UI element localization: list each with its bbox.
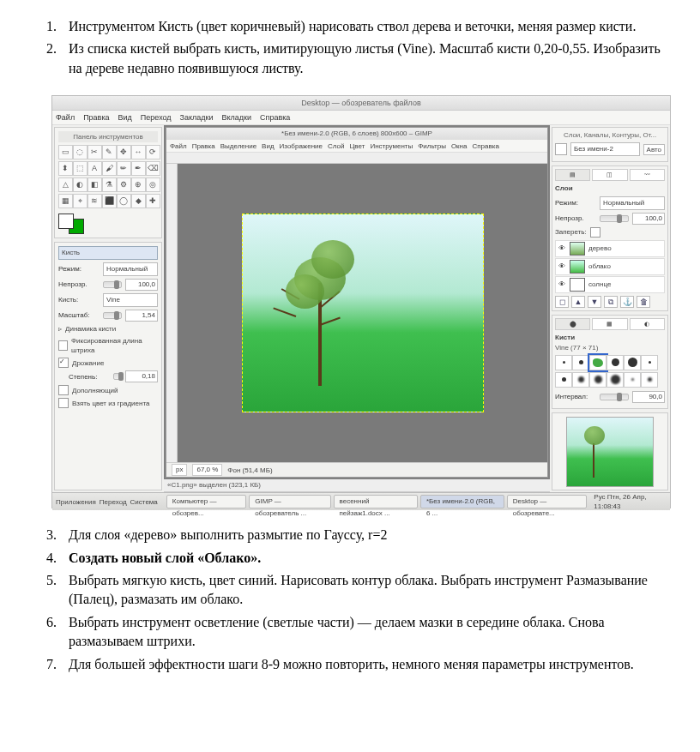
jitter-slider[interactable] bbox=[113, 373, 122, 380]
tool-icon[interactable]: ◎ bbox=[146, 177, 160, 192]
tool-icon[interactable]: A bbox=[88, 161, 102, 176]
menu-item[interactable]: Фильтры bbox=[418, 141, 446, 151]
layer-opacity-value[interactable]: 100,0 bbox=[632, 213, 665, 225]
menu-item[interactable]: Инструменты bbox=[370, 141, 413, 151]
jitter-checkbox[interactable] bbox=[58, 358, 69, 368]
menu-item[interactable]: Закладки bbox=[180, 112, 214, 123]
tool-icon[interactable]: ✚ bbox=[146, 194, 160, 208]
tool-icon[interactable]: ⊕ bbox=[131, 177, 146, 192]
tool-icon[interactable]: ⬚ bbox=[73, 161, 88, 176]
gradient-checkbox[interactable] bbox=[58, 398, 69, 408]
tool-icon[interactable]: ◯ bbox=[117, 194, 131, 208]
brush-preset[interactable] bbox=[589, 372, 606, 388]
tool-icon[interactable]: ✥ bbox=[117, 145, 131, 159]
menu-item[interactable]: Изображение bbox=[280, 141, 323, 151]
menu-item[interactable]: Правка bbox=[83, 112, 109, 123]
menu-item[interactable]: Переход bbox=[141, 112, 172, 123]
menu-item[interactable]: Выделение bbox=[220, 141, 256, 151]
opacity-slider[interactable] bbox=[103, 281, 122, 288]
fg-color-swatch[interactable] bbox=[58, 214, 74, 229]
channels-tab[interactable]: ◫ bbox=[592, 169, 627, 181]
menu-item[interactable]: Правка bbox=[192, 141, 215, 151]
paths-tab[interactable]: 〰 bbox=[630, 169, 665, 181]
tool-icon[interactable]: ◧ bbox=[88, 177, 102, 192]
brush-preset[interactable] bbox=[624, 355, 641, 370]
lock-pixels-checkbox[interactable] bbox=[590, 227, 600, 238]
tool-icon[interactable]: ✏ bbox=[117, 161, 131, 176]
lower-layer-button[interactable]: ▼ bbox=[588, 296, 601, 308]
layers-tab[interactable]: ▤ bbox=[555, 169, 590, 181]
canvas-viewport[interactable] bbox=[178, 164, 547, 462]
brush-grid[interactable] bbox=[555, 355, 665, 388]
tool-icon[interactable]: ⚙ bbox=[117, 177, 131, 192]
scale-value[interactable]: 1,54 bbox=[125, 310, 158, 322]
visibility-icon[interactable]: 👁 bbox=[558, 244, 566, 253]
brush-preset[interactable] bbox=[624, 372, 641, 388]
tool-icon[interactable]: △ bbox=[58, 177, 73, 192]
menu-item[interactable]: Справка bbox=[260, 112, 290, 123]
zoom-box[interactable]: 67,0 % bbox=[192, 464, 222, 476]
image-menubar[interactable]: ФайлПравкаВыделениеВидИзображениеСлойЦве… bbox=[166, 140, 547, 153]
brush-preset[interactable] bbox=[606, 355, 624, 370]
brush-preset[interactable] bbox=[641, 355, 658, 370]
tool-icon[interactable]: 🖌 bbox=[102, 161, 117, 176]
dynamics-expand[interactable]: ▹ bbox=[58, 324, 62, 334]
layer-opacity-slider[interactable] bbox=[600, 215, 629, 222]
tool-icon[interactable]: ◐ bbox=[73, 177, 88, 192]
places-menu[interactable]: Переход bbox=[100, 497, 127, 507]
anchor-layer-button[interactable]: ⚓ bbox=[620, 296, 634, 308]
tool-icon[interactable]: ⚗ bbox=[102, 177, 117, 192]
menu-item[interactable]: Файл bbox=[56, 112, 75, 123]
layer-row[interactable]: 👁солнце bbox=[555, 276, 665, 293]
canvas[interactable] bbox=[242, 214, 484, 412]
menu-item[interactable]: Цвет bbox=[349, 141, 365, 151]
system-menu[interactable]: Система bbox=[130, 497, 158, 507]
gradients-tab[interactable]: ◐ bbox=[630, 318, 665, 330]
tool-icon[interactable]: ⌫ bbox=[146, 161, 160, 176]
mode-dropdown[interactable]: Нормальный bbox=[103, 262, 158, 276]
brush-preset[interactable] bbox=[555, 372, 572, 388]
tool-icon[interactable]: ✂ bbox=[88, 145, 102, 159]
jitter-value[interactable]: 0,18 bbox=[125, 370, 158, 382]
menu-item[interactable]: Вид bbox=[262, 141, 274, 151]
doc-selector[interactable]: Без имени-2 bbox=[570, 142, 640, 156]
taskbar-item[interactable]: весенний пейзаж1.docx ... bbox=[334, 495, 418, 508]
tool-icon[interactable]: ◌ bbox=[73, 145, 88, 159]
menu-item[interactable]: Окна bbox=[451, 141, 468, 151]
tool-grid[interactable]: ▭◌✂✎✥↔⟳⬍⬚A🖌✏✒⌫△◐◧⚗⚙⊕◎▦⌖≋⬛◯◆✚ bbox=[58, 145, 158, 208]
scale-slider[interactable] bbox=[103, 312, 122, 319]
raise-layer-button[interactable]: ▲ bbox=[571, 296, 585, 308]
brushes-tab[interactable]: ⬤ bbox=[555, 318, 590, 330]
tool-icon[interactable]: ◆ bbox=[131, 194, 146, 208]
tool-icon[interactable]: ✎ bbox=[102, 145, 117, 159]
layer-row[interactable]: 👁облако bbox=[555, 258, 665, 275]
menu-item[interactable]: Файл bbox=[170, 141, 187, 151]
brush-dropdown[interactable]: Vine bbox=[103, 293, 158, 307]
auto-button[interactable]: Авто bbox=[643, 144, 665, 155]
tool-icon[interactable]: ⌖ bbox=[73, 194, 88, 208]
tool-icon[interactable]: ▦ bbox=[58, 194, 73, 208]
duplicate-layer-button[interactable]: ⧉ bbox=[604, 296, 618, 308]
menu-item[interactable]: Слой bbox=[328, 141, 344, 151]
brush-preset[interactable] bbox=[589, 355, 606, 370]
taskbar-item[interactable]: GIMP — обозреватель ... bbox=[249, 495, 330, 508]
incremental-checkbox[interactable] bbox=[58, 385, 69, 395]
visibility-icon[interactable]: 👁 bbox=[558, 280, 566, 289]
tool-icon[interactable]: ⬛ bbox=[102, 194, 117, 208]
tool-icon[interactable]: ▭ bbox=[58, 145, 73, 159]
color-swatches[interactable] bbox=[58, 214, 84, 234]
taskbar-item[interactable]: *Без имени-2.0 (RGB, 6 ... bbox=[420, 495, 504, 508]
menu-item[interactable]: Вкладки bbox=[222, 112, 252, 123]
apps-menu[interactable]: Приложения bbox=[56, 497, 96, 507]
tool-icon[interactable]: ⬍ bbox=[58, 161, 73, 176]
unit-box[interactable]: px bbox=[172, 464, 187, 476]
os-menubar[interactable]: ФайлПравкаВидПереходЗакладкиВкладкиСправ… bbox=[52, 111, 670, 125]
interval-slider[interactable] bbox=[600, 394, 629, 400]
brush-preset[interactable] bbox=[572, 372, 589, 388]
visibility-icon[interactable]: 👁 bbox=[558, 262, 566, 271]
taskbar-item[interactable]: Desktop — обозревате... bbox=[507, 495, 588, 508]
brush-preset[interactable] bbox=[555, 355, 572, 370]
new-layer-button[interactable]: ◻ bbox=[555, 296, 569, 308]
brush-preset[interactable] bbox=[641, 372, 658, 388]
tool-icon[interactable]: ↔ bbox=[131, 145, 146, 159]
